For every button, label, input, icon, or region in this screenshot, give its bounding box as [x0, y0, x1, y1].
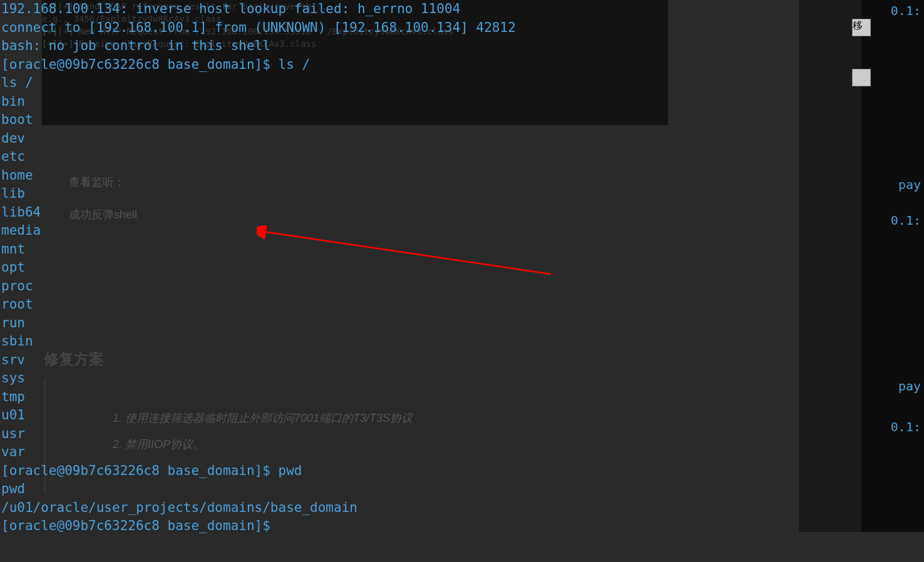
terminal-dir-etc: etc — [0, 148, 924, 166]
terminal-line: pwd — [0, 480, 924, 499]
dim-log-line: [+][+] New HTTP Request From /192.168.10… — [42, 25, 668, 38]
terminal-prompt-pwd: [oracle@09b7c63226c8 base_domain]$ pwd — [0, 462, 924, 481]
right-ip-fragment: 0.1: — [891, 419, 921, 434]
terminal-dir-root: root — [0, 295, 924, 314]
terminal-dir-tmp: tmp — [0, 388, 924, 407]
terminal-dir-sbin: sbin — [0, 332, 924, 351]
fix-item-1: 1. 使用连接筛选器临时阻止外部访问7001端口的T3/T3S协议 — [113, 411, 413, 426]
right-ip-fragment: 0.1: — [891, 3, 921, 18]
right-button-1[interactable]: 移 — [852, 19, 871, 36]
terminal-dir-srv: srv — [0, 351, 924, 370]
terminal-pwd-output: /u01/oracle/user_projects/domains/base_d… — [0, 499, 924, 518]
blockquote-border — [44, 380, 46, 493]
terminal-dir-lib64: lib64 — [0, 203, 924, 222]
dim-log-line: e.g., 3456/Exploitzy9w8KcAv3.class — [42, 13, 668, 25]
dim-log-line: [+][+] Receive ClassRequest: Exploitzy9w… — [42, 38, 668, 50]
terminal-prompt-empty: [oracle@09b7c63226c8 base_domain]$ — [0, 517, 924, 536]
fix-heading: 修复方案 — [44, 349, 104, 369]
terminal-dir-dev: dev — [0, 130, 924, 148]
terminal-dir-run: run — [0, 314, 924, 333]
right-text-pay: pay — [898, 177, 921, 192]
log-marker: [+] — [42, 26, 58, 36]
terminal-dir-proc: proc — [0, 277, 924, 296]
dim-log-line: [+][+] Send LDAP reference result for ba… — [42, 0, 668, 13]
fix-item-2: 2. 禁用IIOP协议。 — [113, 437, 413, 452]
fix-list: 1. 使用连接筛选器临时阻止外部访问7001端口的T3/T3S协议 2. 禁用I… — [113, 411, 413, 463]
log-marker: [+] — [42, 1, 58, 11]
annotation-arrow-icon — [257, 225, 557, 275]
right-sidebar-inner — [861, 0, 924, 532]
log-marker: [+] — [42, 39, 58, 49]
terminal-dir-lib: lib — [0, 185, 924, 203]
right-text-pay: pay — [898, 379, 921, 394]
background-log-panel: [+][+] Send LDAP reference result for ba… — [42, 0, 668, 125]
annotation-shell-success: 成功反弹shell — [69, 207, 137, 222]
right-button-2[interactable] — [852, 69, 871, 86]
terminal-dir-sys: sys — [0, 369, 924, 388]
annotation-view-listener: 查看监听： — [69, 175, 125, 190]
svg-line-1 — [263, 232, 551, 274]
right-ip-fragment: 0.1: — [891, 213, 921, 228]
terminal-dir-home: home — [0, 166, 924, 185]
